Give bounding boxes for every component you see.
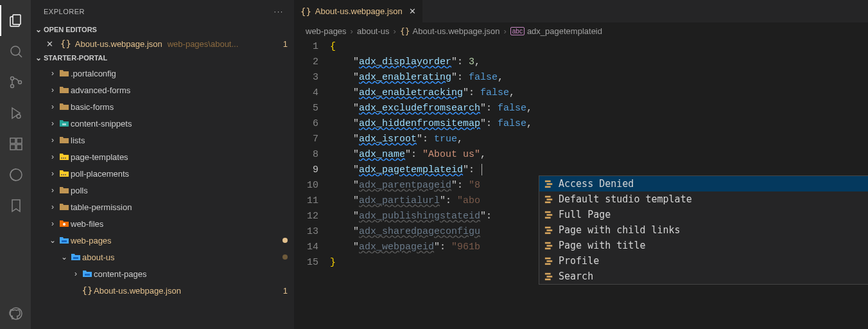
modified-dot-icon xyxy=(282,254,288,260)
autocomplete-item[interactable]: Page with child links xyxy=(539,222,868,238)
autocomplete-item[interactable]: Profile xyxy=(539,253,868,269)
tree-item-content-snippets[interactable]: ›content-snippets xyxy=(31,115,294,132)
tree-item-content-pages[interactable]: ›content-pages xyxy=(31,265,294,282)
autocomplete-item[interactable]: Page with title xyxy=(539,238,868,253)
github-icon[interactable] xyxy=(0,298,31,329)
property-icon: abc xyxy=(510,27,525,35)
svg-rect-24 xyxy=(85,274,90,276)
tree-item-lists[interactable]: ›lists xyxy=(31,132,294,148)
chevron-right-icon: › xyxy=(48,152,58,161)
enum-icon xyxy=(543,272,555,281)
code-line-6[interactable]: "adx_hiddenfromsitemap": false, xyxy=(330,116,868,132)
svg-rect-11 xyxy=(17,138,22,143)
svg-rect-36 xyxy=(545,233,551,235)
enum-icon xyxy=(543,226,555,235)
breadcrumb[interactable]: web-pages › about-us › {} About-us.webpa… xyxy=(294,22,868,39)
autocomplete-item[interactable]: Full Page xyxy=(539,207,868,222)
code-line-5[interactable]: "adx_excludefromsearch": false, xyxy=(330,101,868,116)
svg-rect-25 xyxy=(545,181,551,182)
tree-item-basic-forms[interactable]: ›basic-forms xyxy=(31,98,294,115)
tree-label: content-pages xyxy=(94,269,288,279)
svg-point-21 xyxy=(63,223,65,226)
svg-rect-29 xyxy=(547,199,553,200)
code-line-4[interactable]: "adx_enabletracking": false, xyxy=(330,85,868,101)
svg-point-3 xyxy=(11,77,14,80)
chevron-down-icon: ⌄ xyxy=(48,236,58,245)
tree-label: web-files xyxy=(71,219,288,229)
autocomplete-popup: Access DeniedDefault studio templateFull… xyxy=(539,175,868,285)
svg-point-4 xyxy=(11,85,14,88)
svg-rect-9 xyxy=(10,145,15,150)
folder-icon xyxy=(58,185,71,195)
tree-label: page-templates xyxy=(71,152,288,162)
sidebar: EXPLORER ··· ⌄ OPEN EDITORS ✕ {} About-u… xyxy=(31,0,294,329)
svg-rect-8 xyxy=(10,138,15,143)
svg-marker-6 xyxy=(12,108,20,118)
source-control-icon[interactable] xyxy=(0,67,31,98)
close-icon[interactable]: ✕ xyxy=(46,39,56,49)
explorer-icon[interactable] xyxy=(0,5,31,36)
code-line-8[interactable]: "adx_name": "About us", xyxy=(330,147,868,163)
tree-item-page-templates[interactable]: ›page-templates xyxy=(31,148,294,165)
folder-icon xyxy=(58,68,71,78)
sidebar-header: EXPLORER ··· xyxy=(31,0,294,22)
json-icon: {} xyxy=(300,6,311,17)
chevron-right-icon: › xyxy=(48,169,58,178)
svg-rect-10 xyxy=(17,145,22,150)
autocomplete-item[interactable]: Access Denied xyxy=(539,176,868,191)
close-icon[interactable]: ✕ xyxy=(409,6,416,16)
tree-item-advanced-forms[interactable]: ›advanced-forms xyxy=(31,82,294,98)
tree-label: About-us.webpage.json xyxy=(94,286,279,296)
tree-item-web-pages[interactable]: ⌄web-pages xyxy=(31,232,294,249)
tree-item-table-permission[interactable]: ›table-permission xyxy=(31,199,294,215)
breadcrumb-item[interactable]: web-pages xyxy=(306,26,347,36)
folder-blue-icon xyxy=(58,235,71,245)
open-editor-item[interactable]: ✕ {} About-us.webpage.json web-pages\abo… xyxy=(31,37,294,51)
tree-label: poll-placements xyxy=(71,169,288,179)
tab-aboutus[interactable]: {} About-us.webpage.json ✕ xyxy=(294,0,423,22)
chevron-right-icon: › xyxy=(48,119,58,128)
autocomplete-label: Default studio template xyxy=(559,193,692,205)
enum-icon xyxy=(543,179,555,188)
chevron-right-icon: › xyxy=(48,102,58,111)
line-gutter: 123456789101112131415 xyxy=(294,39,330,329)
tree-item-about-us[interactable]: ⌄about-us xyxy=(31,249,294,265)
breadcrumb-item[interactable]: about-us xyxy=(357,26,390,36)
tree-item--portalconfig[interactable]: ›.portalconfig xyxy=(31,65,294,82)
code-line-1[interactable]: { xyxy=(330,39,868,55)
tree-label: about-us xyxy=(82,253,279,262)
svg-point-18 xyxy=(61,174,62,175)
svg-rect-32 xyxy=(547,214,553,216)
folder-blue-icon xyxy=(69,252,82,262)
code-line-7[interactable]: "adx_isroot": true, xyxy=(330,132,868,147)
code-line-3[interactable]: "adx_enablerating": false, xyxy=(330,70,868,85)
power-platform-icon[interactable] xyxy=(0,159,31,190)
breadcrumb-item[interactable]: adx_pagetemplateid xyxy=(527,26,602,36)
tab-bar: {} About-us.webpage.json ✕ xyxy=(294,0,868,22)
enum-icon xyxy=(543,195,555,204)
autocomplete-item[interactable]: Default studio template xyxy=(539,191,868,207)
code-content[interactable]: { "adx_displayorder": 3, "adx_enablerati… xyxy=(330,39,868,329)
chevron-right-icon: › xyxy=(71,269,81,278)
sidebar-more-icon[interactable]: ··· xyxy=(274,8,284,15)
chevron-right-icon: › xyxy=(351,26,353,36)
extensions-icon[interactable] xyxy=(0,129,31,159)
tab-name: About-us.webpage.json xyxy=(315,6,403,16)
open-editors-header[interactable]: ⌄ OPEN EDITORS xyxy=(31,22,294,37)
autocomplete-item[interactable]: Search xyxy=(539,269,868,284)
svg-rect-40 xyxy=(545,258,551,260)
svg-rect-23 xyxy=(73,257,78,259)
code-editor[interactable]: 123456789101112131415 { "adx_displayorde… xyxy=(294,39,868,329)
chevron-down-icon: ⌄ xyxy=(33,25,44,34)
chevron-right-icon: › xyxy=(48,69,58,78)
tree-item-polls[interactable]: ›polls xyxy=(31,182,294,199)
bookmark-icon[interactable] xyxy=(0,190,31,221)
breadcrumb-item[interactable]: About-us.webpage.json xyxy=(413,26,500,36)
search-icon[interactable] xyxy=(0,36,31,67)
tree-item-web-files[interactable]: ›web-files xyxy=(31,215,294,232)
tree-item-about-us-webpage-json[interactable]: {}About-us.webpage.json1 xyxy=(31,282,294,299)
code-line-2[interactable]: "adx_displayorder": 3, xyxy=(330,55,868,70)
tree-item-poll-placements[interactable]: ›poll-placements xyxy=(31,165,294,182)
workspace-header[interactable]: ⌄ STARTER-PORTAL xyxy=(31,51,294,65)
run-icon[interactable] xyxy=(0,98,31,129)
